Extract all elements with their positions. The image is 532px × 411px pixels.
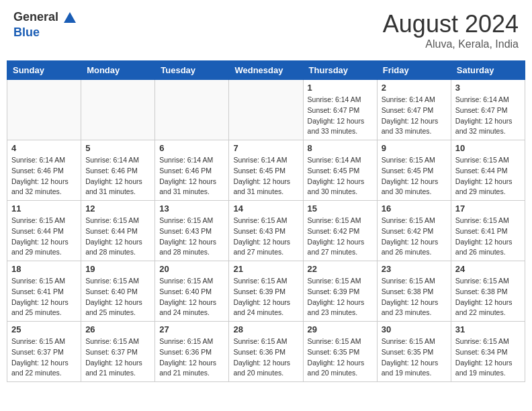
day-number: 23 (382, 264, 447, 274)
col-thursday: Thursday (303, 61, 377, 80)
day-number: 21 (233, 264, 298, 274)
day-number: 31 (455, 324, 521, 334)
calendar-cell: 9Sunrise: 6:15 AM Sunset: 6:45 PM Daylig… (377, 140, 451, 201)
day-number: 24 (455, 264, 521, 274)
calendar-cell: 26Sunrise: 6:15 AM Sunset: 6:37 PM Dayli… (81, 322, 155, 382)
calendar-table: Sunday Monday Tuesday Wednesday Thursday… (7, 60, 525, 382)
calendar-cell: 24Sunrise: 6:15 AM Sunset: 6:38 PM Dayli… (451, 261, 525, 322)
calendar-cell: 2Sunrise: 6:14 AM Sunset: 6:47 PM Daylig… (377, 80, 451, 140)
calendar-cell: 16Sunrise: 6:15 AM Sunset: 6:42 PM Dayli… (377, 201, 451, 261)
day-info: Sunrise: 6:15 AM Sunset: 6:38 PM Dayligh… (455, 276, 521, 318)
calendar-cell: 22Sunrise: 6:15 AM Sunset: 6:39 PM Dayli… (303, 261, 377, 322)
day-info: Sunrise: 6:14 AM Sunset: 6:47 PM Dayligh… (382, 95, 447, 137)
calendar-cell: 25Sunrise: 6:15 AM Sunset: 6:37 PM Dayli… (7, 322, 81, 382)
day-info: Sunrise: 6:14 AM Sunset: 6:45 PM Dayligh… (233, 155, 298, 197)
day-number: 28 (233, 324, 298, 334)
day-info: Sunrise: 6:14 AM Sunset: 6:46 PM Dayligh… (85, 155, 150, 197)
month-year: August 2024 (383, 10, 519, 38)
logo-general: General (13, 10, 58, 24)
calendar-cell (81, 80, 155, 140)
day-info: Sunrise: 6:15 AM Sunset: 6:42 PM Dayligh… (308, 216, 373, 258)
title-section: August 2024 Aluva, Kerala, India (383, 10, 519, 50)
day-number: 6 (159, 143, 224, 153)
day-info: Sunrise: 6:15 AM Sunset: 6:39 PM Dayligh… (308, 276, 373, 318)
day-number: 16 (382, 203, 447, 214)
calendar-cell: 11Sunrise: 6:15 AM Sunset: 6:44 PM Dayli… (7, 201, 81, 261)
day-info: Sunrise: 6:15 AM Sunset: 6:41 PM Dayligh… (11, 276, 77, 318)
day-info: Sunrise: 6:15 AM Sunset: 6:45 PM Dayligh… (382, 155, 447, 197)
calendar-cell: 12Sunrise: 6:15 AM Sunset: 6:44 PM Dayli… (81, 201, 155, 261)
col-wednesday: Wednesday (229, 61, 303, 80)
day-info: Sunrise: 6:15 AM Sunset: 6:35 PM Dayligh… (308, 336, 373, 379)
calendar-cell: 8Sunrise: 6:14 AM Sunset: 6:45 PM Daylig… (303, 140, 377, 201)
calendar-cell: 18Sunrise: 6:15 AM Sunset: 6:41 PM Dayli… (7, 261, 81, 322)
day-number: 20 (159, 264, 224, 274)
day-number: 10 (455, 143, 521, 153)
calendar-cell: 20Sunrise: 6:15 AM Sunset: 6:40 PM Dayli… (155, 261, 229, 322)
calendar-cell: 28Sunrise: 6:15 AM Sunset: 6:36 PM Dayli… (229, 322, 303, 382)
day-number: 26 (85, 324, 150, 334)
day-info: Sunrise: 6:15 AM Sunset: 6:39 PM Dayligh… (233, 276, 298, 318)
day-info: Sunrise: 6:14 AM Sunset: 6:46 PM Dayligh… (159, 155, 224, 197)
day-info: Sunrise: 6:15 AM Sunset: 6:42 PM Dayligh… (382, 216, 447, 258)
logo-blue: Blue (13, 26, 40, 39)
location: Aluva, Kerala, India (383, 38, 519, 50)
day-number: 8 (308, 143, 373, 153)
day-number: 9 (382, 143, 447, 153)
calendar-cell: 13Sunrise: 6:15 AM Sunset: 6:43 PM Dayli… (155, 201, 229, 261)
logo-text: General Blue (13, 10, 78, 40)
calendar-week-4: 18Sunrise: 6:15 AM Sunset: 6:41 PM Dayli… (7, 261, 525, 322)
day-info: Sunrise: 6:15 AM Sunset: 6:44 PM Dayligh… (85, 216, 150, 258)
day-info: Sunrise: 6:15 AM Sunset: 6:36 PM Dayligh… (233, 336, 298, 379)
calendar-week-2: 4Sunrise: 6:14 AM Sunset: 6:46 PM Daylig… (7, 140, 525, 201)
col-tuesday: Tuesday (155, 61, 229, 80)
day-info: Sunrise: 6:15 AM Sunset: 6:41 PM Dayligh… (455, 216, 521, 258)
day-number: 14 (233, 203, 298, 214)
day-info: Sunrise: 6:15 AM Sunset: 6:35 PM Dayligh… (382, 336, 447, 379)
calendar-cell: 4Sunrise: 6:14 AM Sunset: 6:46 PM Daylig… (7, 140, 81, 201)
calendar-week-3: 11Sunrise: 6:15 AM Sunset: 6:44 PM Dayli… (7, 201, 525, 261)
day-number: 22 (308, 264, 373, 274)
day-number: 7 (233, 143, 298, 153)
col-monday: Monday (81, 61, 155, 80)
day-number: 25 (11, 324, 77, 334)
day-info: Sunrise: 6:14 AM Sunset: 6:46 PM Dayligh… (11, 155, 77, 197)
calendar-cell: 14Sunrise: 6:15 AM Sunset: 6:43 PM Dayli… (229, 201, 303, 261)
calendar-cell: 17Sunrise: 6:15 AM Sunset: 6:41 PM Dayli… (451, 201, 525, 261)
day-number: 18 (11, 264, 77, 274)
calendar-week-1: 1Sunrise: 6:14 AM Sunset: 6:47 PM Daylig… (7, 80, 525, 140)
logo-icon (62, 11, 77, 26)
calendar-cell (155, 80, 229, 140)
day-info: Sunrise: 6:15 AM Sunset: 6:34 PM Dayligh… (455, 336, 521, 379)
day-info: Sunrise: 6:15 AM Sunset: 6:37 PM Dayligh… (85, 336, 150, 379)
day-info: Sunrise: 6:15 AM Sunset: 6:38 PM Dayligh… (382, 276, 447, 318)
calendar-cell: 6Sunrise: 6:14 AM Sunset: 6:46 PM Daylig… (155, 140, 229, 201)
calendar-cell: 3Sunrise: 6:14 AM Sunset: 6:47 PM Daylig… (451, 80, 525, 140)
calendar-cell: 30Sunrise: 6:15 AM Sunset: 6:35 PM Dayli… (377, 322, 451, 382)
day-number: 11 (11, 203, 77, 214)
calendar-cell: 23Sunrise: 6:15 AM Sunset: 6:38 PM Dayli… (377, 261, 451, 322)
day-number: 19 (85, 264, 150, 274)
day-number: 1 (308, 83, 373, 93)
col-sunday: Sunday (7, 61, 81, 80)
day-number: 5 (85, 143, 150, 153)
col-saturday: Saturday (451, 61, 525, 80)
day-info: Sunrise: 6:15 AM Sunset: 6:43 PM Dayligh… (233, 216, 298, 258)
logo: General Blue (13, 10, 78, 40)
day-number: 3 (455, 83, 521, 93)
calendar-cell: 29Sunrise: 6:15 AM Sunset: 6:35 PM Dayli… (303, 322, 377, 382)
day-info: Sunrise: 6:15 AM Sunset: 6:40 PM Dayligh… (85, 276, 150, 318)
day-info: Sunrise: 6:15 AM Sunset: 6:36 PM Dayligh… (159, 336, 224, 379)
calendar-cell: 15Sunrise: 6:15 AM Sunset: 6:42 PM Dayli… (303, 201, 377, 261)
calendar-cell (229, 80, 303, 140)
day-info: Sunrise: 6:15 AM Sunset: 6:43 PM Dayligh… (159, 216, 224, 258)
day-number: 17 (455, 203, 521, 214)
day-info: Sunrise: 6:15 AM Sunset: 6:44 PM Dayligh… (11, 216, 77, 258)
calendar-cell: 31Sunrise: 6:15 AM Sunset: 6:34 PM Dayli… (451, 322, 525, 382)
day-number: 29 (308, 324, 373, 334)
day-number: 12 (85, 203, 150, 214)
day-number: 4 (11, 143, 77, 153)
day-number: 30 (382, 324, 447, 334)
day-info: Sunrise: 6:15 AM Sunset: 6:37 PM Dayligh… (11, 336, 77, 379)
day-info: Sunrise: 6:14 AM Sunset: 6:47 PM Dayligh… (455, 95, 521, 137)
